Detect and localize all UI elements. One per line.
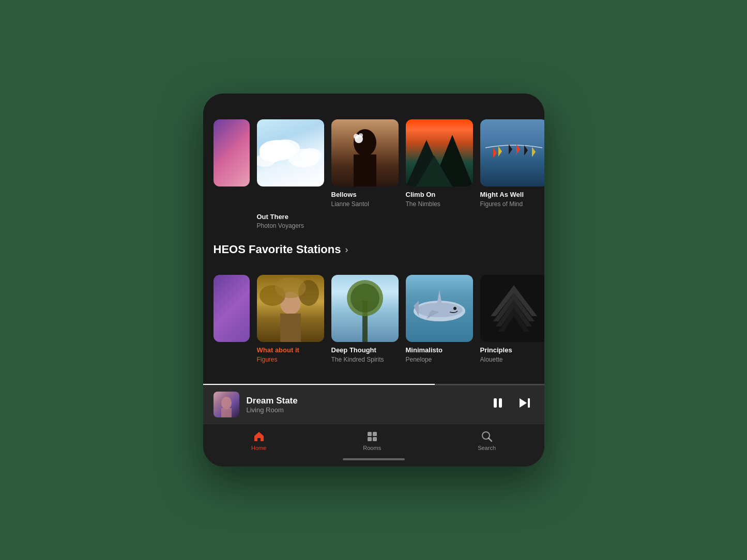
- card-climbon-subtitle: The Nimbles: [406, 200, 473, 208]
- svg-point-9: [354, 134, 359, 139]
- svg-marker-18: [524, 145, 528, 155]
- svg-rect-62: [528, 398, 530, 408]
- device-frame: Out There Photon Voyagers: [203, 94, 544, 467]
- card-might-as-well[interactable]: Might As Well Figures of Mind: [480, 119, 544, 208]
- svg-marker-14: [493, 148, 497, 158]
- card-minimalisto-title: Minimalisto: [406, 346, 473, 355]
- home-bar-indicator: [343, 458, 405, 460]
- svg-point-10: [359, 133, 363, 137]
- svg-marker-43: [436, 290, 443, 310]
- now-playing-controls: [489, 394, 534, 415]
- spacer: [203, 374, 544, 384]
- svg-point-37: [275, 277, 306, 298]
- section-chevron[interactable]: ›: [345, 244, 348, 255]
- svg-marker-17: [516, 144, 520, 154]
- card-minimalisto[interactable]: Minimalisto Penelope: [406, 275, 473, 363]
- svg-marker-16: [509, 144, 512, 154]
- first-cards-row: Out There Photon Voyagers: [203, 119, 544, 213]
- now-playing-bar[interactable]: Dream State Living Room: [203, 385, 544, 424]
- svg-line-68: [489, 439, 492, 442]
- card-mightaswell-title: Might As Well: [480, 191, 544, 199]
- card-principles[interactable]: Principles Alouette: [480, 275, 544, 363]
- card-climb-on[interactable]: Climb On The Nimbles: [406, 119, 473, 208]
- card-whataboutit-title: What about it: [257, 346, 324, 355]
- svg-marker-61: [520, 398, 527, 408]
- rooms-icon: [366, 430, 378, 443]
- tab-bar: Home Rooms Search: [203, 424, 544, 455]
- svg-rect-66: [373, 437, 377, 441]
- card-what-about-it[interactable]: What about it Figures: [257, 275, 324, 363]
- card-deep-thought[interactable]: Deep Thought The Kindred Spirits: [331, 275, 399, 363]
- card-whataboutit-subtitle: Figures: [257, 356, 324, 363]
- tab-search[interactable]: Search: [462, 430, 511, 451]
- svg-rect-64: [373, 432, 377, 436]
- card-deepthought-subtitle: The Kindred Spirits: [331, 356, 399, 363]
- out-there-title: Out There: [257, 213, 324, 222]
- card-purple-partial[interactable]: [214, 275, 250, 363]
- svg-rect-58: [221, 408, 232, 417]
- home-bar: [203, 455, 544, 466]
- home-label: Home: [251, 445, 266, 451]
- home-icon: [253, 430, 265, 443]
- card-out-there-partial[interactable]: [214, 119, 250, 208]
- scroll-area: Out There Photon Voyagers: [203, 109, 544, 467]
- now-playing-title: Dream State: [247, 396, 489, 406]
- out-there-subtitle: Photon Voyagers: [257, 222, 324, 229]
- svg-rect-65: [368, 437, 372, 441]
- svg-rect-63: [368, 432, 372, 436]
- now-playing-art: [214, 392, 239, 417]
- card-bellows-title: Bellows: [331, 191, 399, 199]
- search-icon: [481, 430, 493, 443]
- card-bellows-subtitle: Lianne Santol: [331, 200, 399, 208]
- svg-point-46: [453, 307, 456, 310]
- top-bar: [203, 94, 544, 109]
- section-header: HEOS Favorite Stations ›: [203, 235, 544, 265]
- card-minimalisto-subtitle: Penelope: [406, 356, 473, 363]
- now-playing-subtitle: Living Room: [247, 406, 489, 414]
- card-bellows[interactable]: Bellows Lianne Santol: [331, 119, 399, 208]
- card-out-there[interactable]: Out There Photon Voyagers: [257, 119, 324, 208]
- svg-marker-19: [532, 147, 536, 157]
- progress-fill: [203, 384, 435, 385]
- svg-point-57: [221, 397, 232, 409]
- rooms-label: Rooms: [363, 445, 381, 451]
- pause-button[interactable]: [489, 394, 507, 415]
- stations-section: What about it Figures Deep Th: [203, 265, 544, 374]
- card-principles-subtitle: Alouette: [480, 356, 544, 363]
- tab-rooms[interactable]: Rooms: [347, 430, 397, 451]
- search-label: Search: [478, 445, 496, 451]
- card-mightaswell-subtitle: Figures of Mind: [480, 200, 544, 208]
- skip-button[interactable]: [515, 394, 534, 415]
- svg-point-4: [301, 148, 322, 163]
- svg-rect-60: [499, 398, 502, 408]
- section-title: HEOS Favorite Stations: [214, 243, 341, 256]
- svg-rect-59: [494, 398, 497, 408]
- tab-home[interactable]: Home: [236, 430, 282, 451]
- now-playing-info: Dream State Living Room: [247, 396, 489, 414]
- progress-bar: [203, 384, 544, 385]
- recent-section: Out There Photon Voyagers: [203, 109, 544, 235]
- svg-point-40: [350, 284, 379, 313]
- second-cards-row: What about it Figures Deep Th: [203, 275, 544, 368]
- card-deepthought-title: Deep Thought: [331, 346, 399, 355]
- card-principles-title: Principles: [480, 346, 544, 355]
- svg-marker-15: [498, 146, 502, 157]
- now-playing-container: Dream State Living Room: [203, 384, 544, 424]
- card-climbon-title: Climb On: [406, 191, 473, 199]
- svg-rect-34: [280, 314, 301, 342]
- svg-rect-7: [354, 154, 376, 186]
